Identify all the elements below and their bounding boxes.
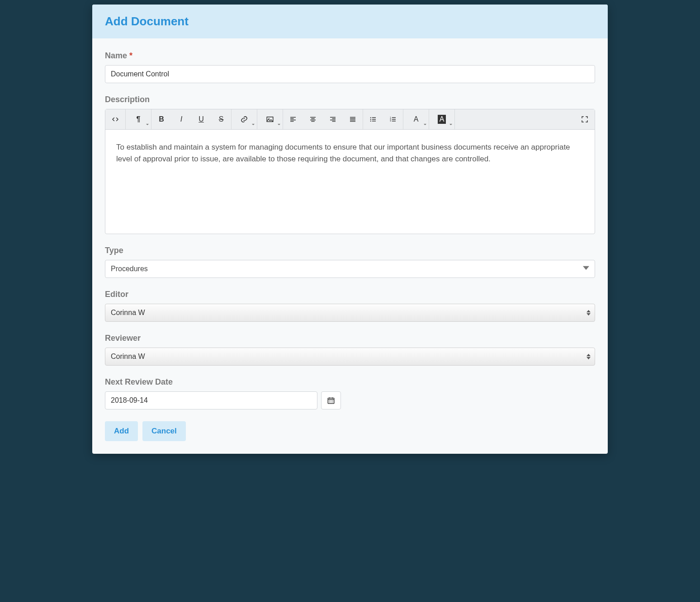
action-row: Add Cancel <box>105 421 595 441</box>
svg-point-2 <box>370 117 371 118</box>
text-color-icon: A <box>414 115 419 123</box>
align-right-icon <box>329 115 337 123</box>
type-label: Type <box>105 246 595 255</box>
bg-color-icon: A <box>438 115 446 124</box>
align-justify-button[interactable] <box>343 109 363 129</box>
align-left-button[interactable] <box>283 109 303 129</box>
chevron-down-icon <box>583 265 589 273</box>
name-input[interactable] <box>105 65 595 83</box>
insert-image-button[interactable] <box>257 109 283 129</box>
description-textarea[interactable]: To establish and maintain a system for m… <box>105 130 595 234</box>
type-select[interactable]: Procedures <box>105 260 595 278</box>
next-review-label: Next Review Date <box>105 377 595 387</box>
bold-button[interactable]: B <box>151 109 171 129</box>
strikethrough-button[interactable]: S <box>211 109 231 129</box>
align-left-icon <box>289 115 297 123</box>
svg-point-3 <box>370 119 371 120</box>
editor-toolbar: ¶ B I U S <box>105 109 595 130</box>
fullscreen-button[interactable] <box>575 109 595 129</box>
svg-text:3: 3 <box>390 120 391 122</box>
reviewer-label: Reviewer <box>105 334 595 343</box>
type-value: Procedures <box>111 265 148 273</box>
rich-text-editor: ¶ B I U S <box>105 109 595 234</box>
ordered-list-icon: 123 <box>389 115 397 123</box>
bullet-list-icon <box>369 115 377 123</box>
editor-value: Corinna W <box>111 309 145 316</box>
bold-icon: B <box>159 115 164 123</box>
modal-header: Add Document <box>92 5 608 38</box>
svg-point-4 <box>370 121 371 122</box>
code-icon <box>111 115 119 123</box>
unordered-list-button[interactable] <box>363 109 383 129</box>
cancel-button[interactable]: Cancel <box>142 421 186 441</box>
required-marker: * <box>129 51 132 60</box>
background-color-button[interactable]: A <box>429 109 454 129</box>
paragraph-format-button[interactable]: ¶ <box>126 109 151 129</box>
italic-icon: I <box>180 115 182 123</box>
align-right-button[interactable] <box>323 109 343 129</box>
image-icon <box>266 115 274 123</box>
name-field-group: Name * <box>105 51 595 83</box>
editor-select[interactable]: Corinna W <box>105 304 595 322</box>
reviewer-field-group: Reviewer Corinna W <box>105 334 595 366</box>
name-label-text: Name <box>105 51 127 60</box>
reviewer-value: Corinna W <box>111 353 145 360</box>
align-justify-icon <box>349 115 357 123</box>
align-center-button[interactable] <box>303 109 323 129</box>
svg-rect-14 <box>332 402 333 403</box>
svg-rect-13 <box>331 402 331 403</box>
text-color-button[interactable]: A <box>403 109 429 129</box>
svg-rect-11 <box>332 400 333 401</box>
pilcrow-icon: ¶ <box>137 115 141 123</box>
calendar-button[interactable] <box>321 391 341 409</box>
insert-link-button[interactable] <box>232 109 257 129</box>
reviewer-select[interactable]: Corinna W <box>105 348 595 366</box>
add-document-modal: Add Document Name * Description <box>92 5 608 454</box>
svg-rect-10 <box>331 400 331 401</box>
italic-button[interactable]: I <box>171 109 191 129</box>
type-field-group: Type Procedures <box>105 246 595 278</box>
link-icon <box>240 115 248 123</box>
align-center-icon <box>309 115 317 123</box>
name-label: Name * <box>105 51 595 61</box>
add-button[interactable]: Add <box>105 421 138 441</box>
svg-rect-9 <box>329 400 330 401</box>
ordered-list-button[interactable]: 123 <box>383 109 403 129</box>
strikethrough-icon: S <box>219 115 224 123</box>
modal-body: Name * Description ¶ <box>92 38 608 454</box>
description-label: Description <box>105 95 595 104</box>
code-view-button[interactable] <box>105 109 125 129</box>
modal-title: Add Document <box>105 14 595 28</box>
underline-icon: U <box>199 115 204 123</box>
calendar-icon <box>327 396 335 404</box>
underline-button[interactable]: U <box>191 109 211 129</box>
next-review-date-input[interactable] <box>105 391 317 409</box>
fullscreen-icon <box>581 115 589 123</box>
svg-rect-12 <box>329 402 330 403</box>
editor-field-group: Editor Corinna W <box>105 290 595 322</box>
editor-label: Editor <box>105 290 595 299</box>
next-review-field-group: Next Review Date <box>105 377 595 409</box>
description-field-group: Description ¶ B I <box>105 95 595 234</box>
